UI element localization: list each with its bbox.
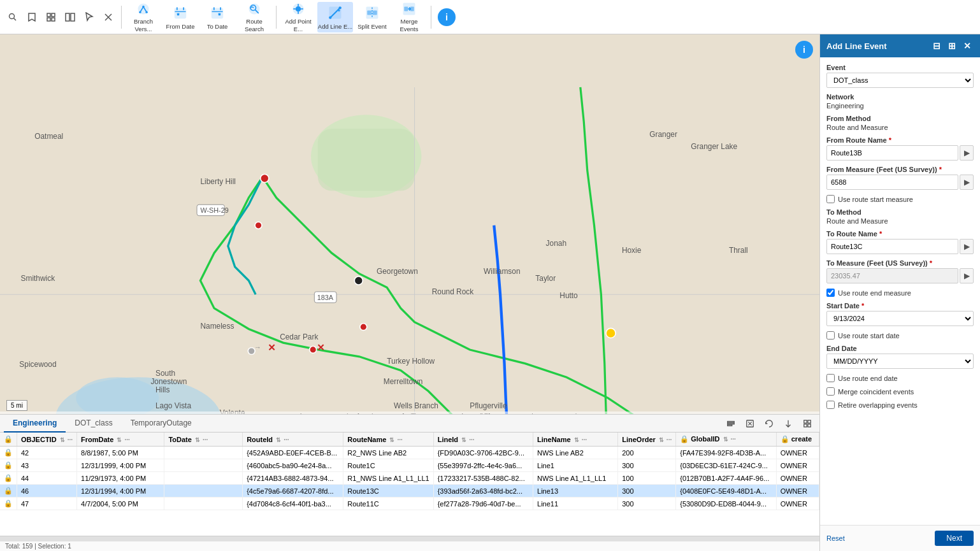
split-view-button[interactable] xyxy=(61,8,79,26)
cell-fromdate: 8/8/1987, 5:00 PM xyxy=(77,447,164,459)
table-action-4[interactable] xyxy=(780,415,796,432)
cell-objectid: 43 xyxy=(17,459,77,472)
use-route-end-date-label[interactable]: Use route end date xyxy=(838,375,898,382)
use-route-end-date-checkbox[interactable] xyxy=(826,374,835,382)
to-route-name-input[interactable] xyxy=(826,239,958,254)
close-tool-button[interactable] xyxy=(99,8,117,26)
table-action-3[interactable] xyxy=(761,415,777,432)
retire-overlapping-label[interactable]: Retire overlapping events xyxy=(838,401,918,409)
merge-coincident-label[interactable]: Merge coincident events xyxy=(838,388,914,396)
panel-footer: Reset Next xyxy=(820,525,980,551)
use-route-start-date-label[interactable]: Use route start date xyxy=(838,332,900,340)
bookmarks-button[interactable] xyxy=(23,8,41,26)
to-measure-input[interactable] xyxy=(826,268,958,283)
col-lineid[interactable]: LineId ⇅··· xyxy=(433,433,533,447)
use-route-start-measure-checkbox[interactable] xyxy=(826,195,835,203)
svg-line-1 xyxy=(14,18,17,20)
cell-lineid: {FD90A03C-9706-42BC-9... xyxy=(433,447,533,459)
to-measure-pick-button[interactable]: ▶ xyxy=(960,268,974,283)
network-row: Network Engineering xyxy=(826,93,974,110)
col-todate[interactable]: ToDate ⇅··· xyxy=(164,433,243,447)
table-row[interactable]: 🔒 44 11/29/1973, 4:00 PM {47214AB3-6882-… xyxy=(0,472,819,485)
cell-lineid: {393ad56f-2a63-48fd-bc2... xyxy=(433,485,533,497)
table-action-2[interactable] xyxy=(742,415,758,432)
svg-text:Hoxie: Hoxie xyxy=(622,246,642,255)
branch-version-button[interactable]: Branch Vers... xyxy=(126,2,161,32)
cell-create: OWNER xyxy=(776,497,819,510)
cell-lineid: {17233217-535B-488C-82... xyxy=(433,472,533,485)
cell-lineorder: 200 xyxy=(618,447,676,459)
cell-routeid: {4d7084c8-6cf4-40f1-ba3... xyxy=(243,497,343,510)
cell-linename: NWS Line A1_L1_LL1 xyxy=(533,472,618,485)
event-select[interactable]: DOT_class xyxy=(826,73,974,88)
use-route-start-measure-label[interactable]: Use route start measure xyxy=(838,196,913,203)
from-date-button[interactable]: From Date xyxy=(162,2,198,32)
map-area[interactable]: ✕ ✕ → Oatmeal Liberty Hill Smithwick Nam… xyxy=(0,34,819,551)
svg-text:Taylor: Taylor xyxy=(535,274,556,283)
cell-routename: Route13C xyxy=(343,485,433,497)
col-create[interactable]: 🔒 create xyxy=(776,433,819,447)
panel-close-button[interactable]: ✕ xyxy=(961,39,974,52)
horizontal-scrollbar[interactable] xyxy=(0,536,819,541)
svg-point-56 xyxy=(310,347,317,354)
table-action-5[interactable] xyxy=(799,415,816,432)
svg-text:Jonestown: Jonestown xyxy=(150,377,187,386)
next-button[interactable]: Next xyxy=(935,531,974,546)
end-date-select[interactable]: MM/DD/YYYY xyxy=(826,354,974,369)
add-point-event-button[interactable]: Add Point E... xyxy=(280,2,316,32)
svg-rect-2 xyxy=(47,13,50,17)
col-fromdate[interactable]: FromDate ⇅··· xyxy=(77,433,164,447)
from-measure-pick-button[interactable]: ▶ xyxy=(960,175,974,190)
to-route-name-pick-button[interactable]: ▶ xyxy=(960,239,974,254)
use-route-end-measure-label[interactable]: Use route end measure xyxy=(838,289,911,297)
add-line-event-button[interactable]: Add Line E... xyxy=(317,2,353,32)
col-globalid[interactable]: 🔒 GlobalID ⇅··· xyxy=(676,433,776,447)
cell-linename: Line1 xyxy=(533,459,618,472)
panel-detach-button[interactable]: ⊟ xyxy=(930,39,943,52)
cell-lock: 🔒 xyxy=(0,497,17,510)
split-event-button[interactable]: Split Event xyxy=(354,2,390,32)
reset-link[interactable]: Reset xyxy=(826,534,845,542)
from-measure-row: From Measure (Feet (US Survey)) * ▶ xyxy=(826,166,974,190)
end-date-label: End Date xyxy=(826,345,974,352)
from-measure-input[interactable] xyxy=(826,175,958,190)
cell-create: OWNER xyxy=(776,485,819,497)
table-row[interactable]: 🔒 46 12/31/1994, 4:00 PM {4c5e79a6-6687-… xyxy=(0,485,819,497)
tab-dot-class[interactable]: DOT_class xyxy=(66,415,121,433)
col-objectid[interactable]: OBJECTID ⇅··· xyxy=(17,433,77,447)
info-toolbar-button[interactable]: i xyxy=(438,8,456,26)
grid-button[interactable] xyxy=(42,8,60,26)
cell-todate xyxy=(164,459,243,472)
cell-fromdate: 12/31/1999, 4:00 PM xyxy=(77,459,164,472)
table-row[interactable]: 🔒 43 12/31/1999, 4:00 PM {4600abc5-ba90-… xyxy=(0,459,819,472)
data-table-wrapper[interactable]: 🔒 OBJECTID ⇅··· FromDate ⇅··· ToDate ⇅··… xyxy=(0,433,819,536)
to-method-row: To Method Route and Measure xyxy=(826,208,974,225)
search-button[interactable] xyxy=(4,8,22,26)
svg-text:Turkey Hollow: Turkey Hollow xyxy=(387,357,435,366)
table-action-1[interactable] xyxy=(723,415,739,432)
from-route-name-input[interactable] xyxy=(826,145,958,161)
map-info-button[interactable]: i xyxy=(795,41,813,59)
retire-overlapping-checkbox[interactable] xyxy=(826,401,835,409)
from-route-name-pick-button[interactable]: ▶ xyxy=(960,145,974,161)
merge-events-button[interactable]: Merge Events xyxy=(391,2,427,32)
use-route-end-measure-checkbox[interactable] xyxy=(826,289,835,297)
col-lineorder[interactable]: LineOrder ⇅··· xyxy=(618,433,676,447)
use-route-start-date-checkbox[interactable] xyxy=(826,331,835,340)
svg-rect-103 xyxy=(804,420,807,422)
table-row[interactable]: 🔒 42 8/8/1987, 5:00 PM {452A9ABD-E0EF-4C… xyxy=(0,447,819,459)
col-linename[interactable]: LineName ⇅··· xyxy=(533,433,618,447)
cell-lineid: {55e3997d-2ffc-4e4c-9a6... xyxy=(433,459,533,472)
route-search-button[interactable]: Route Search xyxy=(236,2,272,32)
tab-temporary-outage[interactable]: TemporaryOutage xyxy=(122,415,201,433)
merge-coincident-checkbox[interactable] xyxy=(826,387,835,396)
table-row[interactable]: 🔒 47 4/7/2004, 5:00 PM {4d7084c8-6cf4-40… xyxy=(0,497,819,510)
to-date-button[interactable]: To Date xyxy=(199,2,235,32)
start-date-row: Start Date * 9/13/2024 xyxy=(826,302,974,326)
col-routename[interactable]: RouteName ⇅··· xyxy=(343,433,433,447)
select-button[interactable] xyxy=(80,8,98,26)
panel-popout-button[interactable]: ⊞ xyxy=(946,39,958,52)
tab-engineering[interactable]: Engineering xyxy=(4,415,66,433)
col-routeid[interactable]: RouteId ⇅··· xyxy=(243,433,343,447)
start-date-select[interactable]: 9/13/2024 xyxy=(826,311,974,326)
